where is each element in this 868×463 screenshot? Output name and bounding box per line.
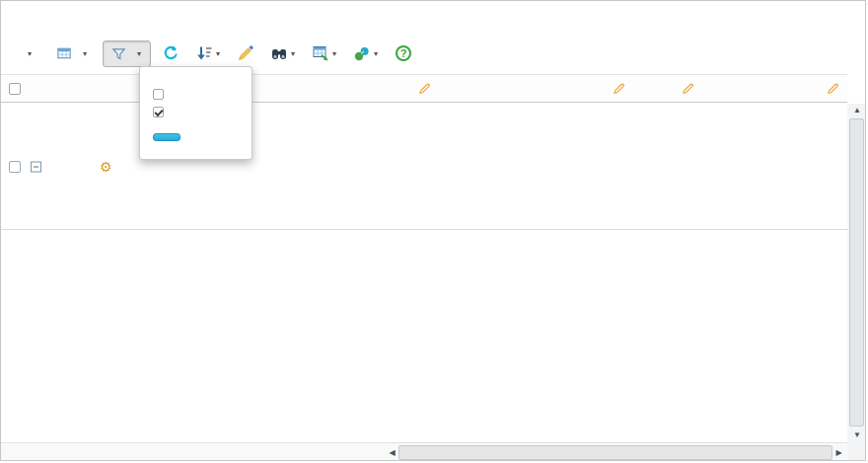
chevron-down-icon: ▾ xyxy=(332,49,336,58)
sort-button[interactable]: ▾ xyxy=(190,41,226,65)
ok-button[interactable] xyxy=(153,133,181,141)
vertical-scroll-thumb[interactable] xyxy=(849,118,864,426)
binoculars-icon xyxy=(271,46,287,61)
relations-icon xyxy=(354,46,370,61)
chevron-down-icon: ▾ xyxy=(28,49,32,58)
table-menu-button[interactable]: ▾ xyxy=(47,39,97,67)
scroll-right-arrow[interactable]: ▶ xyxy=(832,443,845,461)
filter-popup xyxy=(139,66,253,160)
vertical-scrollbar[interactable]: ▲ ▼ xyxy=(847,104,866,442)
help-button[interactable]: ? xyxy=(390,41,417,65)
scroll-left-arrow[interactable]: ◀ xyxy=(386,443,398,461)
refresh-icon xyxy=(163,45,179,61)
horizontal-scroll-track[interactable]: ◀ ▶ xyxy=(386,443,845,461)
structure-panel: ▾ ▾ ▾ ▾ ▾ ▾ ▾ xyxy=(0,0,866,461)
actions-menu-button[interactable]: ▾ xyxy=(11,42,41,65)
checkbox-unchecked-icon[interactable] xyxy=(153,89,164,100)
edit-column-pencil-icon[interactable] xyxy=(614,83,624,94)
collapse-toggle-icon[interactable] xyxy=(31,162,41,173)
checkbox-checked-icon[interactable] xyxy=(153,107,164,117)
root-row[interactable]: ⚙ xyxy=(1,103,847,230)
table-icon xyxy=(57,46,71,60)
filter-icon xyxy=(112,47,125,60)
chevron-down-icon: ▾ xyxy=(291,49,295,58)
edit-pencil-icon xyxy=(238,45,253,61)
gear-icon: ⚙ xyxy=(100,160,112,174)
export-table-icon xyxy=(313,45,328,61)
filter-option-xbom-from[interactable] xyxy=(153,89,239,100)
help-icon: ? xyxy=(396,45,411,61)
table-header xyxy=(1,74,847,103)
horizontal-scrollbar[interactable]: ◀ ▶ xyxy=(1,442,847,461)
chevron-down-icon: ▾ xyxy=(83,49,87,58)
chevron-down-icon: ▾ xyxy=(216,49,220,58)
root-row-line: ⚙ xyxy=(1,155,847,179)
refresh-button[interactable] xyxy=(157,41,184,65)
edit-column-pencil-icon[interactable] xyxy=(683,83,693,94)
edit-column-pencil-icon[interactable] xyxy=(828,83,838,94)
scrollbar-corner xyxy=(847,442,866,461)
row-checkbox[interactable] xyxy=(9,161,21,173)
sort-icon xyxy=(196,45,212,61)
filter-menu-button[interactable]: ▾ xyxy=(103,40,151,67)
edit-column-pencil-icon[interactable] xyxy=(419,83,430,94)
find-button[interactable]: ▾ xyxy=(265,42,301,65)
horizontal-scroll-thumb[interactable] xyxy=(398,445,832,460)
toolbar: ▾ ▾ ▾ ▾ ▾ ▾ ▾ xyxy=(11,38,417,69)
select-all-checkbox[interactable] xyxy=(9,83,21,95)
export-table-button[interactable]: ▾ xyxy=(307,41,342,65)
scroll-up-arrow[interactable]: ▲ xyxy=(847,104,866,117)
chevron-down-icon: ▾ xyxy=(374,49,378,58)
edit-button[interactable] xyxy=(232,41,259,65)
chevron-down-icon: ▾ xyxy=(137,49,141,58)
scroll-down-arrow[interactable]: ▼ xyxy=(847,428,866,442)
relations-button[interactable]: ▾ xyxy=(348,42,384,65)
filter-option-baseline-parts[interactable] xyxy=(153,107,239,117)
